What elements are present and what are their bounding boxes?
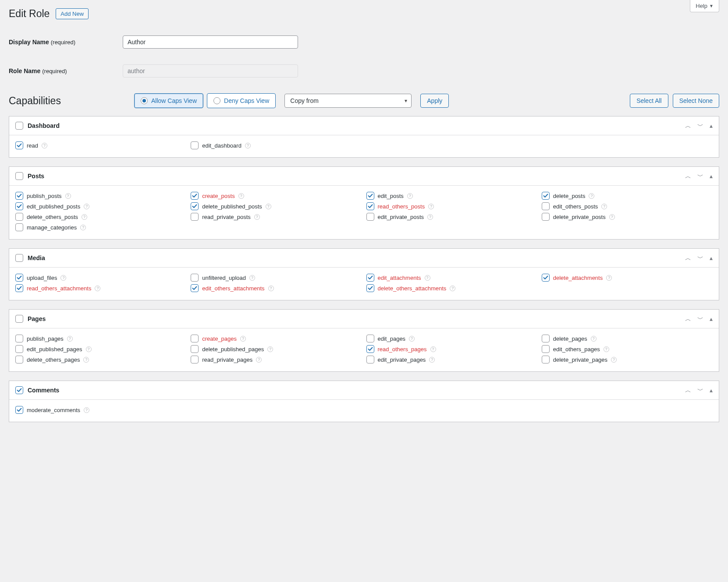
cap-checkbox[interactable] (366, 356, 374, 363)
section-checkbox[interactable] (15, 172, 23, 180)
copy-from-select[interactable]: Copy from (284, 94, 412, 108)
cap-checkbox[interactable] (15, 356, 23, 363)
allow-caps-view-button[interactable]: Allow Caps View (134, 93, 203, 108)
cap-checkbox[interactable] (15, 192, 23, 200)
help-icon[interactable]: ? (249, 275, 255, 281)
chevron-up-icon[interactable]: ︿ (685, 387, 691, 393)
cap-checkbox[interactable] (542, 345, 550, 353)
cap-checkbox[interactable] (366, 284, 374, 292)
cap-checkbox[interactable] (191, 274, 199, 282)
select-all-button[interactable]: Select All (630, 94, 668, 108)
cap-checkbox[interactable] (542, 213, 550, 221)
cap-checkbox[interactable] (191, 335, 199, 342)
display-name-input[interactable] (123, 35, 298, 49)
help-icon[interactable]: ? (84, 407, 89, 413)
help-icon[interactable]: ? (268, 286, 274, 291)
cap-checkbox[interactable] (366, 345, 374, 353)
help-icon[interactable]: ? (604, 346, 609, 352)
cap-checkbox[interactable] (366, 274, 374, 282)
help-icon[interactable]: ? (83, 357, 89, 363)
cap-checkbox[interactable] (15, 335, 23, 342)
add-new-button[interactable]: Add New (56, 8, 89, 19)
section-checkbox[interactable] (15, 315, 23, 323)
help-icon[interactable]: ? (430, 346, 436, 352)
cap-checkbox[interactable] (366, 202, 374, 210)
apply-button[interactable]: Apply (420, 94, 449, 108)
cap-checkbox[interactable] (542, 356, 550, 363)
deny-caps-view-button[interactable]: Deny Caps View (207, 93, 276, 108)
help-icon[interactable]: ? (60, 275, 66, 281)
cap-checkbox[interactable] (191, 213, 199, 221)
chevron-down-icon[interactable]: ﹀ (697, 173, 703, 179)
collapse-icon[interactable]: ▴ (710, 387, 713, 393)
help-icon[interactable]: ? (429, 357, 435, 363)
cap-checkbox[interactable] (542, 274, 550, 282)
help-icon[interactable]: ? (42, 143, 47, 148)
help-icon[interactable]: ? (428, 204, 434, 209)
help-icon[interactable]: ? (425, 275, 430, 281)
chevron-down-icon[interactable]: ﹀ (697, 123, 703, 129)
cap-checkbox[interactable] (15, 406, 23, 414)
help-icon[interactable]: ? (409, 336, 415, 342)
cap-checkbox[interactable] (15, 274, 23, 282)
help-icon[interactable]: ? (256, 357, 262, 363)
chevron-up-icon[interactable]: ︿ (685, 316, 691, 322)
cap-checkbox[interactable] (15, 223, 23, 231)
help-icon[interactable]: ? (589, 193, 594, 199)
help-icon[interactable]: ? (254, 214, 260, 220)
help-icon[interactable]: ? (611, 357, 617, 363)
cap-checkbox[interactable] (15, 141, 23, 149)
caps-grid: upload_files?unfiltered_upload?edit_atta… (15, 274, 713, 292)
help-icon[interactable]: ? (86, 346, 92, 352)
section-checkbox[interactable] (15, 386, 23, 394)
help-icon[interactable]: ? (245, 143, 251, 148)
help-icon[interactable]: ? (80, 225, 86, 230)
cap-checkbox[interactable] (191, 356, 199, 363)
help-icon[interactable]: ? (267, 346, 273, 352)
help-icon[interactable]: ? (238, 193, 244, 199)
cap-checkbox[interactable] (15, 345, 23, 353)
cap-checkbox[interactable] (15, 213, 23, 221)
help-icon[interactable]: ? (82, 214, 87, 220)
cap-checkbox[interactable] (366, 335, 374, 342)
help-icon[interactable]: ? (407, 193, 413, 199)
help-icon[interactable]: ? (84, 204, 89, 209)
cap-checkbox[interactable] (191, 192, 199, 200)
help-icon[interactable]: ? (601, 204, 607, 209)
help-icon[interactable]: ? (450, 286, 455, 291)
collapse-icon[interactable]: ▴ (710, 123, 713, 129)
help-icon[interactable]: ? (609, 214, 615, 220)
cap-checkbox[interactable] (191, 345, 199, 353)
chevron-up-icon[interactable]: ︿ (685, 123, 691, 129)
section-checkbox[interactable] (15, 122, 23, 130)
help-icon[interactable]: ? (606, 275, 612, 281)
cap-checkbox[interactable] (542, 335, 550, 342)
select-none-button[interactable]: Select None (673, 94, 719, 108)
help-icon[interactable]: ? (240, 336, 246, 342)
cap-checkbox[interactable] (15, 284, 23, 292)
help-icon[interactable]: ? (427, 214, 433, 220)
help-icon[interactable]: ? (591, 336, 597, 342)
chevron-down-icon[interactable]: ﹀ (697, 316, 703, 322)
chevron-down-icon[interactable]: ﹀ (697, 387, 703, 393)
cap-checkbox[interactable] (366, 213, 374, 221)
chevron-down-icon[interactable]: ﹀ (697, 255, 703, 261)
collapse-icon[interactable]: ▴ (710, 316, 713, 322)
cap-checkbox[interactable] (191, 141, 199, 149)
collapse-icon[interactable]: ▴ (710, 173, 713, 179)
help-icon[interactable]: ? (266, 204, 271, 209)
chevron-up-icon[interactable]: ︿ (685, 255, 691, 261)
chevron-up-icon[interactable]: ︿ (685, 173, 691, 179)
help-icon[interactable]: ? (67, 336, 73, 342)
cap-checkbox[interactable] (542, 202, 550, 210)
section-checkbox[interactable] (15, 254, 23, 262)
cap-checkbox[interactable] (191, 284, 199, 292)
cap-checkbox[interactable] (542, 192, 550, 200)
help-tab[interactable]: Help ▼ (690, 0, 719, 12)
cap-checkbox[interactable] (191, 202, 199, 210)
help-icon[interactable]: ? (65, 193, 71, 199)
collapse-icon[interactable]: ▴ (710, 255, 713, 261)
help-icon[interactable]: ? (95, 286, 100, 291)
cap-checkbox[interactable] (15, 202, 23, 210)
cap-checkbox[interactable] (366, 192, 374, 200)
